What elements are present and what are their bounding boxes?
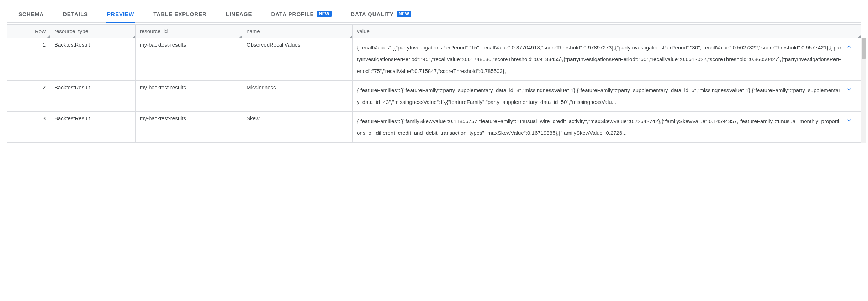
cell-resource-type: BacktestResult [50, 38, 136, 80]
cell-name: Missingness [242, 81, 353, 111]
tab-label: LINEAGE [226, 11, 252, 17]
col-header-value-label: value [357, 28, 370, 34]
tab-details[interactable]: DETAILS [62, 7, 89, 23]
col-header-name[interactable]: name [242, 25, 353, 38]
cell-resource-id: my-backtest-results [136, 112, 242, 142]
table-row: 3BacktestResultmy-backtest-resultsSkew{"… [7, 112, 861, 143]
table-row: 1BacktestResultmy-backtest-resultsObserv… [7, 38, 861, 81]
table-row: 2BacktestResultmy-backtest-resultsMissin… [7, 81, 861, 112]
chevron-down-icon[interactable] [842, 84, 856, 108]
new-badge: NEW [397, 11, 412, 17]
vertical-scrollbar[interactable] [861, 38, 866, 143]
tab-bar: SCHEMADETAILSPREVIEWTABLE EXPLORERLINEAG… [7, 4, 861, 23]
cell-row-number: 3 [7, 112, 50, 142]
col-header-row[interactable]: Row [7, 25, 50, 38]
cell-row-number: 1 [7, 38, 50, 80]
cell-name: ObservedRecallValues [242, 38, 353, 80]
tab-schema[interactable]: SCHEMA [18, 7, 44, 23]
cell-value-text: {"featureFamilies":[{"featureFamily":"pa… [357, 84, 842, 108]
tab-label: PREVIEW [107, 11, 134, 17]
cell-value-text: {"featureFamilies":[{"familySkewValue":0… [357, 115, 842, 139]
cell-value: {"featureFamilies":[{"familySkewValue":0… [353, 112, 861, 142]
tab-preview[interactable]: PREVIEW [106, 7, 135, 23]
cell-resource-type: BacktestResult [50, 81, 136, 111]
chevron-up-icon[interactable] [842, 42, 856, 77]
tab-label: TABLE EXPLORER [153, 11, 207, 17]
cell-resource-id: my-backtest-results [136, 38, 242, 80]
cell-row-number: 2 [7, 81, 50, 111]
preview-table: Row resource_type resource_id name value… [7, 24, 861, 143]
tab-data-quality[interactable]: DATA QUALITYNEW [350, 7, 412, 23]
cell-resource-id: my-backtest-results [136, 81, 242, 111]
col-header-value[interactable]: value [353, 25, 861, 38]
new-badge: NEW [317, 11, 332, 17]
tab-label: DATA PROFILE [271, 11, 314, 17]
tab-label: DATA QUALITY [351, 11, 394, 17]
scrollbar-thumb[interactable] [862, 38, 866, 59]
cell-value: {"recallValues":[{"partyInvestigationsPe… [353, 38, 861, 80]
cell-resource-type: BacktestResult [50, 112, 136, 142]
cell-name: Skew [242, 112, 353, 142]
tab-label: SCHEMA [18, 11, 44, 17]
col-header-resource-type[interactable]: resource_type [50, 25, 136, 38]
cell-value-text: {"recallValues":[{"partyInvestigationsPe… [357, 42, 842, 77]
tab-table-explorer[interactable]: TABLE EXPLORER [153, 7, 207, 23]
cell-value: {"featureFamilies":[{"featureFamily":"pa… [353, 81, 861, 111]
tab-lineage[interactable]: LINEAGE [225, 7, 253, 23]
tab-data-profile[interactable]: DATA PROFILENEW [271, 7, 333, 23]
chevron-down-icon[interactable] [842, 115, 856, 139]
col-header-resource-id[interactable]: resource_id [136, 25, 242, 38]
table-header-row: Row resource_type resource_id name value [7, 24, 861, 38]
tab-label: DETAILS [63, 11, 88, 17]
